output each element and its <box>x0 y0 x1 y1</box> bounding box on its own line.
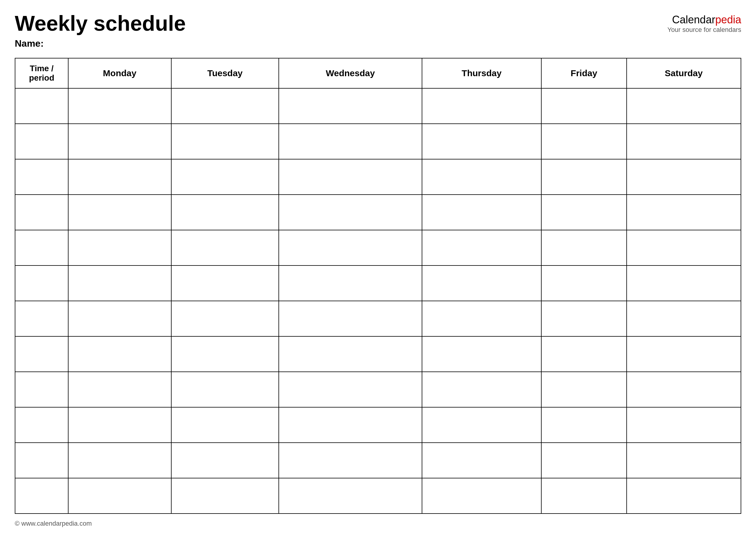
time-cell[interactable] <box>15 443 68 478</box>
page-title: Weekly schedule <box>15 12 667 35</box>
schedule-cell[interactable] <box>171 124 279 159</box>
time-cell[interactable] <box>15 159 68 195</box>
schedule-cell[interactable] <box>422 266 541 301</box>
table-row <box>15 372 741 407</box>
time-cell[interactable] <box>15 301 68 336</box>
time-cell[interactable] <box>15 266 68 301</box>
schedule-cell[interactable] <box>279 195 422 230</box>
schedule-cell[interactable] <box>627 266 741 301</box>
schedule-cell[interactable] <box>279 336 422 372</box>
schedule-cell[interactable] <box>171 372 279 407</box>
schedule-cell[interactable] <box>279 407 422 443</box>
schedule-cell[interactable] <box>541 478 627 513</box>
schedule-cell[interactable] <box>422 124 541 159</box>
schedule-cell[interactable] <box>541 372 627 407</box>
schedule-cell[interactable] <box>541 159 627 195</box>
logo-calendar-part: Calendar <box>672 14 715 26</box>
schedule-cell[interactable] <box>422 159 541 195</box>
schedule-cell[interactable] <box>541 230 627 266</box>
schedule-cell[interactable] <box>627 195 741 230</box>
schedule-cell[interactable] <box>627 230 741 266</box>
schedule-cell[interactable] <box>171 443 279 478</box>
schedule-cell[interactable] <box>541 124 627 159</box>
schedule-cell[interactable] <box>422 372 541 407</box>
table-row <box>15 88 741 124</box>
schedule-cell[interactable] <box>422 195 541 230</box>
schedule-cell[interactable] <box>171 159 279 195</box>
schedule-cell[interactable] <box>171 478 279 513</box>
schedule-cell[interactable] <box>541 266 627 301</box>
time-cell[interactable] <box>15 372 68 407</box>
time-cell[interactable] <box>15 407 68 443</box>
schedule-cell[interactable] <box>68 336 171 372</box>
schedule-cell[interactable] <box>422 336 541 372</box>
schedule-cell[interactable] <box>627 372 741 407</box>
time-cell[interactable] <box>15 230 68 266</box>
logo-text: Calendarpedia Your source for calendars <box>667 13 741 34</box>
schedule-cell[interactable] <box>627 88 741 124</box>
col-header-saturday: Saturday <box>627 58 741 88</box>
schedule-cell[interactable] <box>279 88 422 124</box>
schedule-cell[interactable] <box>171 195 279 230</box>
table-row <box>15 195 741 230</box>
time-cell[interactable] <box>15 195 68 230</box>
schedule-cell[interactable] <box>279 301 422 336</box>
schedule-cell[interactable] <box>68 407 171 443</box>
schedule-cell[interactable] <box>541 88 627 124</box>
schedule-cell[interactable] <box>279 124 422 159</box>
schedule-cell[interactable] <box>627 159 741 195</box>
time-cell[interactable] <box>15 88 68 124</box>
schedule-cell[interactable] <box>541 301 627 336</box>
schedule-cell[interactable] <box>68 301 171 336</box>
schedule-cell[interactable] <box>171 266 279 301</box>
col-header-friday: Friday <box>541 58 627 88</box>
schedule-cell[interactable] <box>422 443 541 478</box>
schedule-cell[interactable] <box>627 301 741 336</box>
schedule-cell[interactable] <box>171 407 279 443</box>
time-cell[interactable] <box>15 478 68 513</box>
name-label: Name: <box>15 38 667 49</box>
title-area: Weekly schedule Name: <box>15 12 667 49</box>
logo-tagline: Your source for calendars <box>667 26 741 34</box>
schedule-cell[interactable] <box>422 407 541 443</box>
time-cell[interactable] <box>15 124 68 159</box>
schedule-cell[interactable] <box>627 443 741 478</box>
schedule-cell[interactable] <box>68 266 171 301</box>
schedule-cell[interactable] <box>279 372 422 407</box>
schedule-cell[interactable] <box>541 443 627 478</box>
schedule-cell[interactable] <box>279 230 422 266</box>
schedule-cell[interactable] <box>68 195 171 230</box>
schedule-cell[interactable] <box>422 88 541 124</box>
schedule-cell[interactable] <box>171 230 279 266</box>
schedule-cell[interactable] <box>541 407 627 443</box>
schedule-cell[interactable] <box>627 407 741 443</box>
table-row <box>15 230 741 266</box>
schedule-cell[interactable] <box>541 195 627 230</box>
schedule-cell[interactable] <box>68 372 171 407</box>
schedule-cell[interactable] <box>68 478 171 513</box>
schedule-cell[interactable] <box>422 301 541 336</box>
schedule-cell[interactable] <box>279 443 422 478</box>
schedule-cell[interactable] <box>171 88 279 124</box>
time-cell[interactable] <box>15 336 68 372</box>
schedule-cell[interactable] <box>627 124 741 159</box>
schedule-cell[interactable] <box>422 230 541 266</box>
schedule-cell[interactable] <box>68 159 171 195</box>
schedule-cell[interactable] <box>279 159 422 195</box>
table-row <box>15 124 741 159</box>
schedule-cell[interactable] <box>627 336 741 372</box>
schedule-cell[interactable] <box>68 124 171 159</box>
schedule-cell[interactable] <box>279 266 422 301</box>
schedule-cell[interactable] <box>627 478 741 513</box>
schedule-cell[interactable] <box>171 336 279 372</box>
col-header-time: Time / period <box>15 58 68 88</box>
schedule-cell[interactable] <box>541 336 627 372</box>
schedule-cell[interactable] <box>68 88 171 124</box>
schedule-cell[interactable] <box>68 230 171 266</box>
schedule-cell[interactable] <box>279 478 422 513</box>
schedule-cell[interactable] <box>68 443 171 478</box>
col-header-wednesday: Wednesday <box>279 58 422 88</box>
schedule-cell[interactable] <box>422 478 541 513</box>
table-row <box>15 266 741 301</box>
schedule-cell[interactable] <box>171 301 279 336</box>
